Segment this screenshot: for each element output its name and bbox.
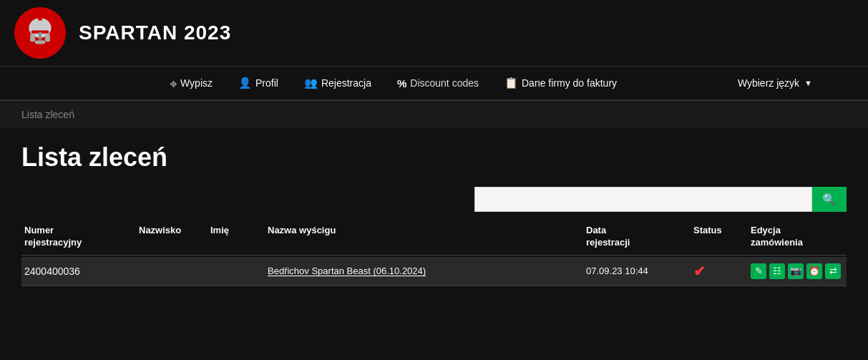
col-status: Status <box>693 225 751 249</box>
col-race-name: Nazwa wyścigu <box>268 225 586 249</box>
invoice-icon: 📋 <box>504 77 518 89</box>
image-icon[interactable]: 📷 <box>788 263 804 279</box>
logo <box>14 7 66 59</box>
person-icon: 👤 <box>238 77 252 89</box>
breadcrumb: Lista zleceń <box>21 109 74 120</box>
table-row: 2400400036 Bedřichov Spartan Beast (06.1… <box>21 257 847 286</box>
nav-wypisz-label: Wypisz <box>180 77 213 89</box>
nav-language-label: Wybierz język <box>738 77 799 89</box>
cell-reg-date: 07.09.23 10:44 <box>586 266 693 276</box>
nav-dane-firmy-label: Dane firmy do faktury <box>522 77 617 89</box>
arrows-icon[interactable]: ⇄ <box>825 263 841 279</box>
action-icons: ✎ ☷ 📷 ⏰ ⇄ <box>751 263 844 279</box>
chevron-down-icon: ▼ <box>804 79 812 87</box>
search-icon: 🔍 <box>822 193 837 206</box>
person-add-icon: 👥 <box>304 77 318 89</box>
cell-reg-num: 2400400036 <box>24 266 139 277</box>
svg-rect-3 <box>45 34 50 42</box>
navigation: ⎆ Wypisz 👤 Profil 👥 Rejestracja % Discou… <box>0 67 868 101</box>
list-icon[interactable]: ☷ <box>769 263 785 279</box>
status-checkmark: ✔ <box>693 263 706 279</box>
svg-rect-7 <box>39 31 41 40</box>
percent-icon: % <box>397 77 406 89</box>
search-button[interactable]: 🔍 <box>812 187 847 212</box>
header: SPARTAN 2023 <box>0 0 868 67</box>
nav-profil[interactable]: 👤 Profil <box>225 67 291 99</box>
main-content: Lista zleceń 🔍 Numerrejestracyjny Nazwis… <box>0 128 868 293</box>
nav-dane-firmy[interactable]: 📋 Dane firmy do faktury <box>492 67 630 99</box>
site-title: SPARTAN 2023 <box>79 21 231 44</box>
nav-discount[interactable]: % Discount codes <box>384 67 492 99</box>
col-edit-order: Edycjazamówienia <box>751 225 844 249</box>
col-lastname: Nazwisko <box>139 225 210 249</box>
nav-rejestracja[interactable]: 👥 Rejestracja <box>291 67 384 99</box>
logout-icon: ⎆ <box>170 77 177 89</box>
cell-race-name[interactable]: Bedřichov Spartan Beast (06.10.2024) <box>268 266 586 276</box>
breadcrumb-bar: Lista zleceń <box>0 101 868 128</box>
table-header: Numerrejestracyjny Nazwisko Imię Nazwa w… <box>21 219 847 256</box>
page-title: Lista zleceń <box>21 142 847 172</box>
clock-icon[interactable]: ⏰ <box>806 263 822 279</box>
cell-status: ✔ <box>693 263 751 280</box>
cell-actions: ✎ ☷ 📷 ⏰ ⇄ <box>751 263 844 279</box>
search-row: 🔍 <box>21 187 847 212</box>
nav-discount-label: Discount codes <box>410 77 479 89</box>
nav-language[interactable]: Wybierz język ▼ <box>725 67 825 99</box>
nav-wypisz[interactable]: ⎆ Wypisz <box>157 67 225 99</box>
search-box: 🔍 <box>474 187 847 212</box>
nav-rejestracja-label: Rejestracja <box>321 77 371 89</box>
svg-rect-2 <box>30 34 35 42</box>
col-reg-date: Datarejestracji <box>586 225 693 249</box>
spartan-helmet-icon <box>21 14 59 52</box>
svg-rect-6 <box>35 40 45 44</box>
nav-profil-label: Profil <box>255 77 278 89</box>
search-input[interactable] <box>474 187 812 212</box>
col-reg-num: Numerrejestracyjny <box>24 225 139 249</box>
col-firstname: Imię <box>210 225 268 249</box>
edit-icon[interactable]: ✎ <box>751 263 766 279</box>
